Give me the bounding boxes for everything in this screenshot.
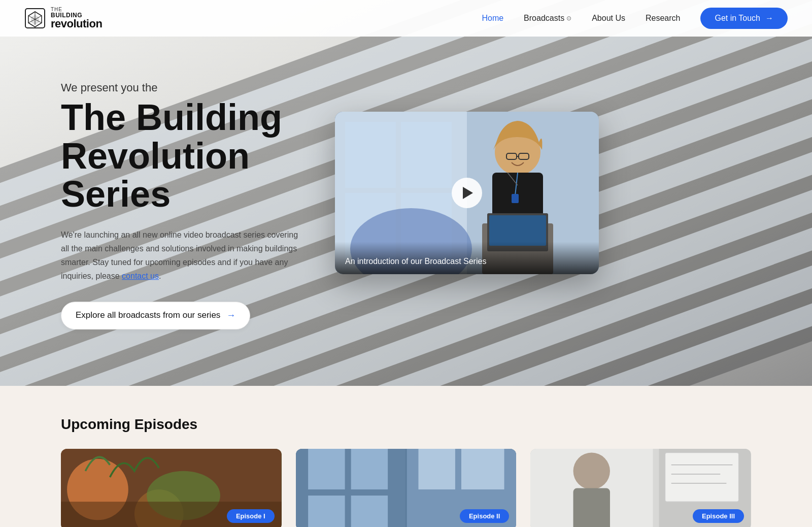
hero-title: The Building Revolution Series: [61, 98, 355, 214]
hero-section: We present you the The Building Revoluti…: [0, 0, 812, 386]
svg-rect-60: [351, 496, 387, 527]
svg-rect-68: [665, 453, 739, 502]
svg-rect-73: [573, 488, 610, 527]
nav-broadcasts[interactable]: Broadcasts ⊙: [524, 14, 571, 23]
explore-broadcasts-button[interactable]: Explore all broadcasts from our series →: [61, 302, 250, 330]
logo-icon: [24, 8, 46, 29]
upcoming-episodes-section: Upcoming Episodes Episode I: [0, 386, 812, 527]
svg-rect-62: [418, 449, 455, 489]
logo-revolution: revolution: [51, 18, 102, 29]
episode-card-2[interactable]: Episode II: [296, 449, 517, 527]
nav-about[interactable]: About Us: [592, 14, 625, 23]
nav-home[interactable]: Home: [482, 14, 503, 23]
play-icon: [463, 187, 473, 199]
get-in-touch-button[interactable]: Get in Touch →: [700, 8, 788, 29]
broadcasts-dropdown-icon: ⊙: [566, 15, 571, 22]
contact-link[interactable]: contact us: [122, 272, 159, 281]
episode-3-badge: Episode III: [693, 509, 744, 523]
nav-research[interactable]: Research: [646, 14, 680, 23]
episode-card-3[interactable]: Episode III: [530, 449, 751, 527]
svg-rect-59: [308, 496, 345, 527]
svg-rect-58: [351, 449, 387, 489]
hero-description: We're launching an all new online video …: [61, 228, 304, 283]
svg-rect-46: [489, 215, 546, 246]
svg-rect-35: [401, 122, 452, 188]
episode-card-1[interactable]: Episode I: [61, 449, 282, 527]
svg-rect-48: [512, 194, 519, 203]
episode-2-badge: Episode II: [460, 509, 509, 523]
play-button[interactable]: [452, 178, 482, 208]
video-caption: An introduction of our Broadcast Series: [335, 242, 599, 274]
logo-text: the BUILDING revolution: [51, 7, 102, 29]
logo[interactable]: the BUILDING revolution: [24, 7, 102, 29]
episode-1-badge: Episode I: [227, 509, 275, 523]
svg-point-72: [573, 453, 610, 489]
svg-rect-63: [461, 449, 504, 489]
nav-links: Home Broadcasts ⊙ About Us Research Get …: [482, 8, 788, 29]
episodes-grid: Episode I Episode II: [61, 449, 751, 527]
explore-arrow-icon: →: [226, 310, 235, 321]
navbar: the BUILDING revolution Home Broadcasts …: [0, 0, 812, 37]
arrow-icon: →: [765, 14, 773, 23]
video-card[interactable]: An introduction of our Broadcast Series: [335, 112, 599, 274]
upcoming-episodes-title: Upcoming Episodes: [61, 416, 751, 433]
video-inner: An introduction of our Broadcast Series: [335, 112, 599, 274]
svg-rect-57: [308, 449, 345, 489]
hero-content: We present you the The Building Revoluti…: [61, 81, 355, 330]
svg-rect-34: [345, 122, 396, 188]
hero-subtitle: We present you the: [61, 81, 355, 94]
